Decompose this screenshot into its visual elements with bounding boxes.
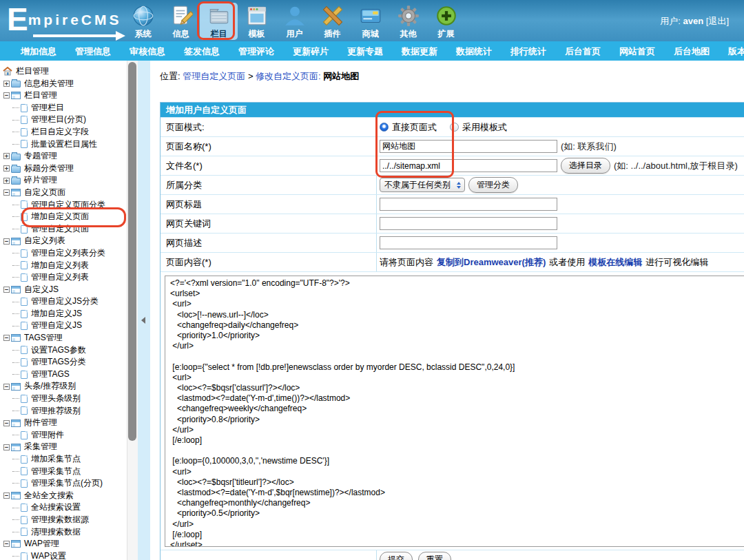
collapse-toggle-icon[interactable]: − — [3, 492, 10, 499]
sidebar-item-13[interactable]: 管理自定义页面 — [3, 223, 138, 236]
subnav-item-14[interactable]: 版本更新 — [728, 42, 744, 61]
sidebar-item-17[interactable]: 管理自定义列表 — [3, 271, 138, 284]
sidebar-item-14[interactable]: −自定义列表 — [3, 235, 138, 247]
collapse-toggle-icon[interactable]: − — [3, 420, 10, 426]
menu-item-system[interactable]: 系统 — [124, 3, 162, 40]
subnav-item-11[interactable]: 后台首页 — [565, 42, 601, 61]
subnav-item-1[interactable]: 增加信息 — [21, 42, 56, 61]
subnav-item-13[interactable]: 后台地图 — [674, 42, 710, 61]
sidebar-item-6[interactable]: 批量设置栏目属性 — [3, 138, 138, 151]
expand-toggle-icon[interactable]: + — [3, 165, 10, 172]
sidebar-item-2[interactable]: −栏目管理 — [3, 90, 138, 102]
sidebar-item-29[interactable]: −附件管理 — [3, 417, 138, 429]
sidebar-item-3[interactable]: 管理栏目 — [3, 102, 138, 114]
sidebar-item-root[interactable]: 栏目管理 — [3, 65, 138, 78]
collapse-sidebar-arrow-icon[interactable] — [141, 317, 145, 324]
collapse-toggle-icon[interactable]: − — [3, 238, 10, 245]
expand-toggle-icon[interactable]: + — [3, 178, 10, 184]
menu-item-mall[interactable]: 商城 — [351, 3, 389, 40]
dreamweaver-link[interactable]: 复制到Dreamweaver(推荐) — [437, 256, 546, 269]
menu-item-plugin[interactable]: 插件 — [313, 3, 351, 40]
sidebar-item-19[interactable]: 管理自定义JS分类 — [3, 295, 138, 308]
sidebar-item-27[interactable]: 管理头条级别 — [3, 393, 138, 405]
collapse-toggle-icon[interactable]: − — [3, 335, 10, 341]
sidebar-scrollbar-thumb[interactable] — [128, 62, 136, 441]
subnav-item-2[interactable]: 管理信息 — [75, 42, 111, 61]
sidebar-item-39[interactable]: −WAP管理 — [3, 538, 138, 550]
online-edit-link[interactable]: 模板在线编辑 — [588, 256, 642, 269]
page-content-textarea[interactable]: <?='<?xml version="1.0" encoding="UTF-8"… — [165, 276, 744, 547]
sidebar-item-1[interactable]: +信息相关管理 — [3, 78, 138, 90]
radio-direct-page-mode[interactable] — [380, 123, 389, 132]
manage-category-button[interactable]: 管理分类 — [468, 177, 518, 193]
sidebar-item-18[interactable]: −自定义JS — [3, 284, 138, 296]
sidebar-item-7[interactable]: +专题管理 — [3, 150, 138, 163]
subnav-item-9[interactable]: 数据统计 — [456, 42, 492, 61]
sidebar-item-38[interactable]: 清理搜索数据 — [3, 526, 138, 539]
sidebar-item-26[interactable]: −头条/推荐级别 — [3, 380, 138, 393]
sidebar-item-24[interactable]: 管理TAGS分类 — [3, 356, 138, 369]
sidebar-item-25[interactable]: 管理TAGS — [3, 369, 138, 381]
sidebar-item-4[interactable]: 管理栏目(分页) — [3, 114, 138, 126]
sidebar-item-label: 自定义页面 — [23, 187, 67, 199]
subnav-item-6[interactable]: 更新碎片 — [293, 42, 329, 61]
sidebar-item-16[interactable]: 增加自定义列表 — [3, 260, 138, 272]
file-name-input[interactable] — [380, 159, 557, 172]
menu-item-extend[interactable]: 扩展 — [427, 3, 465, 40]
sidebar-item-30[interactable]: 管理附件 — [3, 429, 138, 442]
sidebar-item-34[interactable]: 管理采集节点(分页) — [3, 477, 138, 490]
sidebar-item-32[interactable]: 增加采集节点 — [3, 453, 138, 466]
submit-button[interactable]: 提交 — [380, 552, 413, 560]
sidebar-item-5[interactable]: 栏目自定义字段 — [3, 126, 138, 138]
sidebar-item-28[interactable]: 管理推荐级别 — [3, 405, 138, 417]
expand-toggle-icon[interactable]: + — [3, 153, 10, 159]
page-keywords-input[interactable] — [380, 217, 557, 230]
breadcrumb-link-modify-page[interactable]: 修改自定义页面: — [256, 71, 321, 81]
sidebar-item-11[interactable]: 管理自定义页面分类 — [3, 199, 138, 211]
page-name-input[interactable] — [380, 140, 557, 153]
sidebar-item-37[interactable]: 管理搜索数据源 — [3, 514, 138, 526]
expand-toggle-icon[interactable]: + — [3, 81, 10, 87]
sidebar-item-31[interactable]: −采集管理 — [3, 441, 138, 453]
menu-item-user[interactable]: 用户 — [276, 3, 313, 40]
menu-item-template[interactable]: 模板 — [238, 3, 276, 40]
sidebar-item-22[interactable]: −TAGS管理 — [3, 332, 138, 344]
subnav-item-4[interactable]: 签发信息 — [184, 42, 220, 61]
collapse-toggle-icon[interactable]: − — [3, 189, 10, 196]
sidebar-item-12[interactable]: 增加自定义页面 — [3, 211, 138, 223]
subnav-item-12[interactable]: 网站首页 — [619, 42, 655, 61]
page-description-input[interactable] — [380, 236, 557, 249]
reset-button[interactable]: 重置 — [418, 552, 451, 560]
sidebar-item-36[interactable]: 全站搜索设置 — [3, 501, 138, 514]
breadcrumb-link-manage-pages[interactable]: 管理自定义页面 — [183, 71, 245, 81]
radio-template-mode[interactable] — [450, 123, 459, 132]
category-select[interactable]: 不隶属于任何类别 — [380, 178, 465, 192]
collapse-toggle-icon[interactable]: − — [3, 287, 10, 293]
logout-link[interactable]: [退出] — [706, 16, 729, 26]
menu-item-info[interactable]: 信息 — [162, 3, 200, 40]
sidebar-item-10[interactable]: −自定义页面 — [3, 187, 138, 199]
sidebar-item-35[interactable]: −全站全文搜索 — [3, 490, 138, 502]
sidebar-item-15[interactable]: 管理自定义列表分类 — [3, 247, 138, 260]
page-title-input[interactable] — [380, 198, 557, 211]
subnav-item-7[interactable]: 更新专题 — [347, 42, 383, 61]
menu-item-other[interactable]: 其他 — [389, 3, 427, 40]
sidebar-item-40[interactable]: WAP设置 — [3, 550, 138, 560]
subnav-item-8[interactable]: 数据更新 — [402, 42, 437, 61]
subnav-item-5[interactable]: 管理评论 — [238, 42, 274, 61]
sidebar-item-8[interactable]: +标题分类管理 — [3, 163, 138, 175]
collapse-toggle-icon[interactable]: − — [3, 444, 10, 450]
subnav-item-10[interactable]: 排行统计 — [510, 42, 546, 61]
subnav-item-3[interactable]: 审核信息 — [130, 42, 165, 61]
sidebar-item-23[interactable]: 设置TAGS参数 — [3, 344, 138, 357]
sidebar-item-20[interactable]: 增加自定义JS — [3, 308, 138, 320]
folder-open-icon — [11, 286, 21, 293]
collapse-toggle-icon[interactable]: − — [3, 384, 10, 390]
sidebar-item-9[interactable]: +碎片管理 — [3, 174, 138, 187]
collapse-toggle-icon[interactable]: − — [3, 92, 10, 98]
sidebar-item-33[interactable]: 管理采集节点 — [3, 466, 138, 478]
choose-directory-button[interactable]: 选择目录 — [561, 158, 610, 174]
collapse-toggle-icon[interactable]: − — [3, 541, 10, 547]
menu-item-column[interactable]: 栏目 — [200, 3, 238, 40]
sidebar-item-21[interactable]: 管理自定义JS — [3, 320, 138, 332]
